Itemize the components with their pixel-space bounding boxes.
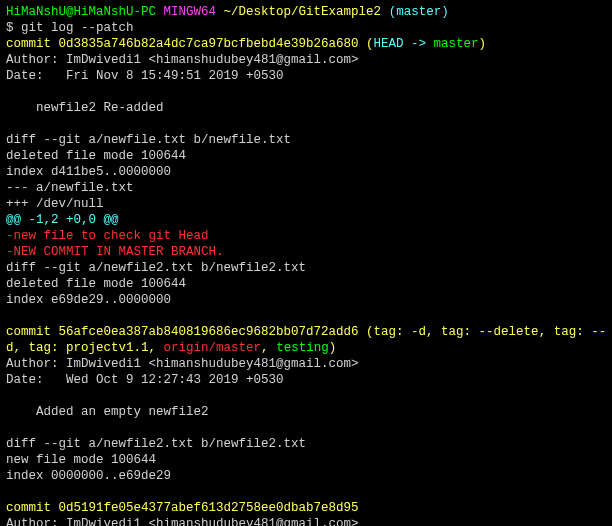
diff-header: diff --git a/newfile2.txt b/newfile2.txt bbox=[6, 260, 606, 276]
diff-index: index 0000000..e69de29 bbox=[6, 468, 606, 484]
diff-mode: deleted file mode 100644 bbox=[6, 148, 606, 164]
diff-index: index e69de29..0000000 bbox=[6, 292, 606, 308]
user-host: HiMaNshU@HiMaNshU-PC bbox=[6, 5, 156, 19]
cwd: ~/Desktop/GitExample2 bbox=[224, 5, 382, 19]
command-line[interactable]: $ git log --patch bbox=[6, 20, 606, 36]
diff-old: --- a/newfile.txt bbox=[6, 180, 606, 196]
date-line: Date: Wed Oct 9 12:27:43 2019 +0530 bbox=[6, 372, 606, 388]
shell-name: MINGW64 bbox=[164, 5, 217, 19]
diff-index: index d411be5..0000000 bbox=[6, 164, 606, 180]
branch: (master) bbox=[389, 5, 449, 19]
diff-hunk: @@ -1,2 +0,0 @@ bbox=[6, 212, 606, 228]
author-line: Author: ImDwivedi1 <himanshudubey481@gma… bbox=[6, 356, 606, 372]
author-line: Author: ImDwivedi1 <himanshudubey481@gma… bbox=[6, 516, 606, 526]
diff-header: diff --git a/newfile2.txt b/newfile2.txt bbox=[6, 436, 606, 452]
commit-line: commit 0d5191fe05e4377abef613d2758ee0dba… bbox=[6, 500, 606, 516]
commit-message: newfile2 Re-added bbox=[6, 100, 606, 116]
diff-mode: new file mode 100644 bbox=[6, 452, 606, 468]
commit-line: commit 0d3835a746b82a4dc7ca97bcfbebd4e39… bbox=[6, 36, 606, 52]
author-line: Author: ImDwivedi1 <himanshudubey481@gma… bbox=[6, 52, 606, 68]
shell-prompt: HiMaNshU@HiMaNshU-PC MINGW64 ~/Desktop/G… bbox=[6, 4, 606, 20]
commit-message: Added an empty newfile2 bbox=[6, 404, 606, 420]
diff-removed: -NEW COMMIT IN MASTER BRANCH. bbox=[6, 244, 606, 260]
diff-header: diff --git a/newfile.txt b/newfile.txt bbox=[6, 132, 606, 148]
date-line: Date: Fri Nov 8 15:49:51 2019 +0530 bbox=[6, 68, 606, 84]
diff-mode: deleted file mode 100644 bbox=[6, 276, 606, 292]
commit-line: commit 56afce0ea387ab840819686ec9682bb07… bbox=[6, 324, 606, 340]
diff-removed: -new file to check git Head bbox=[6, 228, 606, 244]
diff-new: +++ /dev/null bbox=[6, 196, 606, 212]
commit-line-wrap: d, tag: projectv1.1, origin/master, test… bbox=[6, 340, 606, 356]
